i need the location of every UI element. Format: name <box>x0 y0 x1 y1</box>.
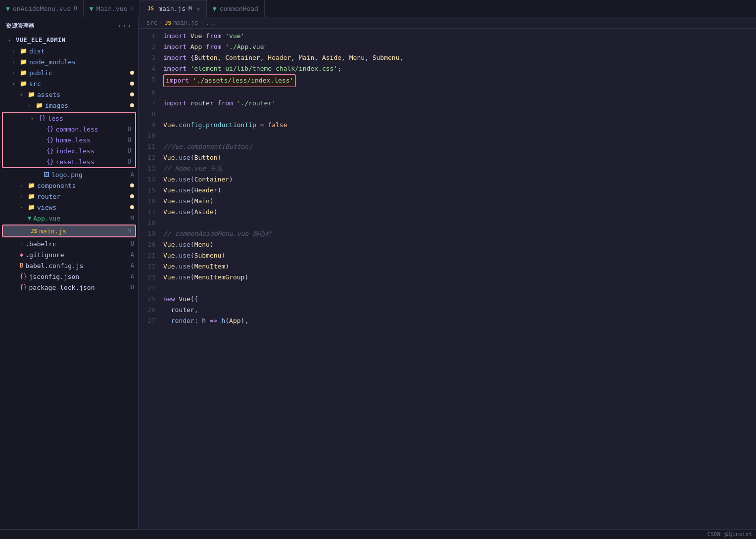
tree-item-components[interactable]: › 📁 components <box>0 180 138 191</box>
tab-commenHead[interactable]: ▼ commenHead <box>207 0 265 17</box>
line-num-2: 2 <box>139 42 163 52</box>
line-num-3: 3 <box>139 52 163 63</box>
tree-item-reset-less[interactable]: {} reset.less U <box>3 156 135 167</box>
folder-icon-components: 📁 <box>28 182 35 189</box>
line-num-1: 1 <box>139 31 163 42</box>
tab-label3: main.js <box>158 5 186 12</box>
editor: src › JS main.js › ... 1 import Vue from… <box>139 17 756 529</box>
label-src: src <box>29 80 130 88</box>
label-common-less: common.less <box>55 126 127 133</box>
tab-badge3: M <box>189 5 192 12</box>
line-num-25: 25 <box>139 294 163 305</box>
arrow-node-modules: › <box>12 59 20 65</box>
badge-babel-config: A <box>131 262 134 269</box>
code-line-15: 15 Vue.use(Header) <box>139 185 756 196</box>
code-line-16: 16 Vue.use(Main) <box>139 196 756 207</box>
line-content-22: Vue.use(MenuItem) <box>163 261 756 272</box>
file-icon-main-js: JS <box>31 228 37 234</box>
sidebar-header: 资源管理器 ··· <box>0 17 138 35</box>
code-line-27: 27 render: h => h(App), <box>139 315 756 326</box>
arrow-dist: › <box>12 48 20 54</box>
tree-item-main-js[interactable]: JS main.js M <box>3 225 135 236</box>
tree-item-less[interactable]: ▾ {} less <box>3 113 135 124</box>
file-icon-logo: 🖼 <box>44 171 49 178</box>
tree-item-gitignore[interactable]: ◆ .gitignore A <box>0 249 138 260</box>
breadcrumb-file: main.js <box>173 19 198 26</box>
tree-item-home-less[interactable]: {} home.less U <box>3 135 135 145</box>
tab-label2: Main.vue <box>96 5 128 12</box>
code-line-17: 17 Vue.use(Aside) <box>139 207 756 218</box>
arrow-assets: ▾ <box>20 92 28 97</box>
breadcrumb-js-icon: JS <box>165 20 171 26</box>
tree-item-index-less[interactable]: {} index.less U <box>3 145 135 156</box>
line-content-26: router, <box>163 305 756 315</box>
tab-label: enAsideMenu.vue <box>13 5 71 12</box>
code-line-26: 26 router, <box>139 305 756 315</box>
line-content-19: // commenAsideMenu.vue 侧边栏 <box>163 228 756 239</box>
tree-item-package-lock[interactable]: {} package-lock.json U <box>0 282 138 293</box>
label-assets: assets <box>37 91 130 98</box>
dot-components <box>130 183 134 187</box>
tree-item-public[interactable]: › 📁 public <box>0 67 138 78</box>
line-num-27: 27 <box>139 315 163 326</box>
sidebar-more-button[interactable]: ··· <box>117 21 132 31</box>
tree-root[interactable]: ▾ VUE_ELE_ADMIN <box>0 35 138 45</box>
tree-item-logo[interactable]: 🖼 logo.png A <box>0 169 138 180</box>
tab-main-vue[interactable]: ▼ Main.vue U <box>84 0 140 17</box>
tab-close-button[interactable]: ✕ <box>197 5 200 12</box>
tree-item-assets[interactable]: ▾ 📁 assets <box>0 89 138 100</box>
line-num-11: 11 <box>139 141 163 152</box>
badge-app-vue: M <box>131 215 134 222</box>
code-line-14: 14 Vue.use(Container) <box>139 174 756 185</box>
tree-item-babelrc[interactable]: ≡ .babelrc U <box>0 238 138 249</box>
file-icon-reset-less: {} <box>47 158 53 165</box>
code-line-19: 19 // commenAsideMenu.vue 侧边栏 <box>139 228 756 239</box>
tree-item-babel-config[interactable]: B babel.config.js A <box>0 260 138 271</box>
badge-main-js: M <box>128 227 131 234</box>
tab-main-js[interactable]: JS main.js M ✕ <box>140 0 207 17</box>
folder-icon-node-modules: 📁 <box>20 58 27 65</box>
line-num-4: 4 <box>139 63 163 74</box>
root-label: VUE_ELE_ADMIN <box>16 37 138 44</box>
line-content-23: Vue.use(MenuItemGroup) <box>163 272 756 283</box>
dot-public <box>130 71 134 75</box>
dot-src <box>130 82 134 86</box>
code-line-7: 7 import router from './router' <box>139 98 756 109</box>
label-babel-config: babel.config.js <box>25 262 131 270</box>
label-images: images <box>45 102 130 109</box>
line-content-1: import Vue from 'vue' <box>163 31 756 42</box>
line-num-10: 10 <box>139 131 163 141</box>
code-line-21: 21 Vue.use(Submenu) <box>139 250 756 261</box>
badge-package-lock: U <box>131 284 134 291</box>
tree-item-jsconfig[interactable]: {} jsconfig.json A <box>0 271 138 282</box>
tree-item-dist[interactable]: › 📁 dist <box>0 45 138 56</box>
folder-icon-dist: 📁 <box>20 47 27 54</box>
line-content-12: Vue.use(Button) <box>163 152 756 163</box>
sidebar-title: 资源管理器 <box>6 22 35 30</box>
vue-icon3: ▼ <box>213 5 217 12</box>
tree-item-app-vue[interactable]: ▼ App.vue M <box>0 213 138 224</box>
code-line-4: 4 import 'element-ui/lib/theme-chalk/ind… <box>139 63 756 74</box>
line-num-5: 5 <box>139 74 163 85</box>
tree-item-src[interactable]: ▾ 📁 src <box>0 78 138 89</box>
line-num-16: 16 <box>139 196 163 207</box>
label-package-lock: package-lock.json <box>29 284 130 291</box>
breadcrumb-sep2: › <box>200 19 204 26</box>
tree-item-common-less[interactable]: {} common.less U <box>3 124 135 135</box>
code-area[interactable]: 1 import Vue from 'vue' 2 import App fro… <box>139 29 756 529</box>
folder-icon-public: 📁 <box>20 69 27 76</box>
tree-item-router[interactable]: › 📁 router <box>0 191 138 202</box>
tree-item-images[interactable]: › 📁 images <box>0 100 138 111</box>
code-line-5: 5 import './assets/less/index.less' <box>139 74 756 87</box>
badge-logo: A <box>131 171 134 178</box>
tree-item-views[interactable]: › 📁 views <box>0 202 138 213</box>
line-content-20: Vue.use(Menu) <box>163 239 756 250</box>
line-content-25: new Vue({ <box>163 294 756 305</box>
folder-icon-views: 📁 <box>28 204 35 211</box>
file-icon-home-less: {} <box>47 136 53 143</box>
file-icon-babel-config: B <box>20 262 23 269</box>
tab-bar: ▼ enAsideMenu.vue U ▼ Main.vue U JS main… <box>0 0 756 17</box>
line-num-9: 9 <box>139 120 163 131</box>
tab-enAsideMenu[interactable]: ▼ enAsideMenu.vue U <box>0 0 84 17</box>
tree-item-node-modules[interactable]: › 📁 node_modules <box>0 56 138 67</box>
